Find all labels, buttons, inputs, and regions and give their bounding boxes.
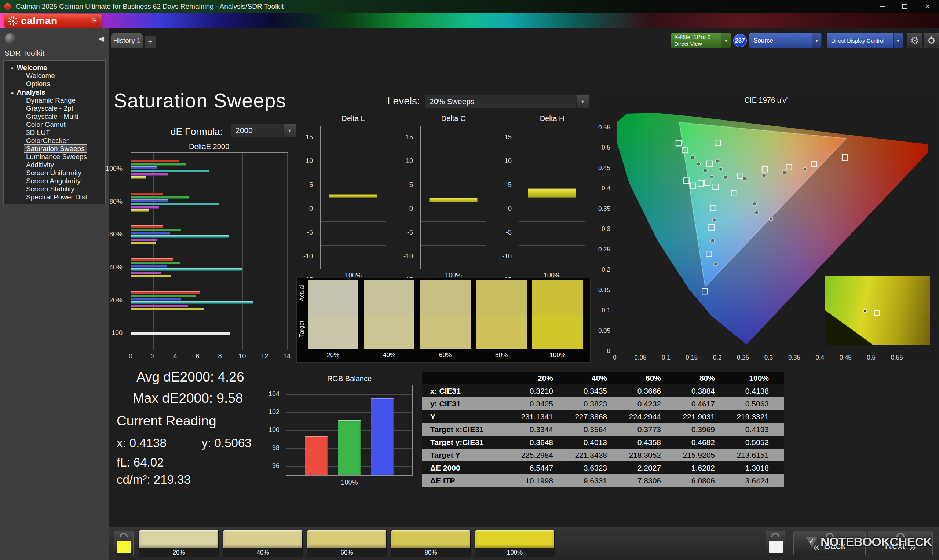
gridline [520, 245, 585, 246]
sidebar-item-welcome[interactable]: Welcome [4, 72, 105, 80]
delta-h-y-axis: 151050-5-10-15 [493, 126, 515, 269]
axis-tick-label: 0.4 [809, 354, 831, 362]
max-de2000-reading: Max dE2000: 9.58 [133, 391, 243, 406]
gridline [287, 153, 288, 350]
table-cell: 219.3321 [730, 410, 784, 423]
patch-button-label: 100% [475, 548, 554, 557]
patch-button-label: 80% [392, 548, 470, 557]
sidebar-item-label: Luminance Sweeps [24, 153, 89, 160]
spectrum-banner [0, 13, 939, 28]
saturation-patch-button-20[interactable]: 20% [139, 530, 219, 557]
cie-reference-point [697, 162, 701, 166]
chevrons-right-icon: » [910, 542, 916, 552]
rgb-bar-blue [371, 398, 394, 475]
tab-history-1[interactable]: History 1 [111, 33, 143, 48]
rgb-balance-chart [286, 385, 413, 476]
sidebar-item-label: Options [24, 80, 52, 88]
table-cell: 0.3666 [623, 385, 676, 397]
tree-expand-icon[interactable]: ▴ [11, 89, 14, 95]
delta-h-title: Delta H [519, 114, 585, 123]
saturation-patch-button-40[interactable]: 40% [223, 530, 302, 557]
saturation-patch-button-60[interactable]: 60% [307, 530, 387, 557]
cie-reference-point [752, 202, 756, 206]
cie-reference-point [715, 159, 719, 163]
power-button[interactable] [924, 33, 939, 48]
sidebar-item-label: 3D LUT [24, 129, 52, 136]
cie-chart-title: CIE 1976 u'v' [597, 96, 936, 105]
saturation-patch-button-100[interactable]: 100% [475, 530, 555, 557]
sidebar-item-3d-lut[interactable]: 3D LUT [4, 129, 105, 137]
patch-color [224, 530, 302, 548]
patch-columns: 20%40%60%80%100% [308, 280, 588, 359]
table-cell: 0.4232 [623, 397, 676, 410]
axis-tick-label: 0.55 [598, 124, 611, 131]
table-cell: 7.8306 [623, 474, 676, 487]
sidebar-home-button[interactable] [5, 33, 16, 45]
sidebar-item-saturation-sweeps[interactable]: Saturation Sweeps [4, 145, 105, 153]
meter-dropdown[interactable]: X-Rite i1Pro 2 Direct View ▼ [671, 33, 731, 48]
tree-expand-icon[interactable]: ▴ [11, 65, 14, 70]
gridline [421, 150, 486, 150]
sidebar-item-color-gamut[interactable]: Color Gamut [4, 121, 105, 129]
tree-group-label: Welcome [17, 64, 47, 72]
axis-tick-label: 0.15 [681, 354, 703, 362]
maximize-button[interactable] [894, 0, 916, 13]
delta-c-title: Delta C [420, 114, 486, 123]
deltae-bar [131, 308, 204, 311]
back-button[interactable]: « Back [793, 531, 866, 556]
next-button[interactable]: Next » [868, 531, 933, 556]
row-label: Target y:CIE31 [422, 436, 515, 449]
sidebar-item-dynamic-range[interactable]: Dynamic Range [4, 96, 105, 105]
table-cell: 0.3564 [569, 423, 623, 436]
de-formula-dropdown[interactable]: 2000 ▼ [231, 124, 296, 137]
delta-c-bar [429, 197, 478, 202]
display-control-dropdown[interactable]: Direct Display Control ▼ [827, 33, 903, 48]
cie-reference-point [714, 262, 717, 266]
deltae-bar [131, 242, 156, 245]
saturation-patch-button-80[interactable]: 80% [391, 530, 470, 557]
sidebar-collapse-icon[interactable]: ◀ [99, 34, 104, 43]
deltae-bar [131, 203, 219, 205]
tree-group-welcome[interactable]: ▴Welcome [4, 63, 105, 72]
source-dropdown[interactable]: Source ▼ [749, 33, 822, 48]
gear-icon: ⚙ [910, 35, 919, 46]
target-patch [364, 315, 415, 349]
minimize-button[interactable] [871, 0, 894, 13]
table-cell: 0.3648 [515, 436, 569, 449]
table-cell: 0.3210 [515, 385, 569, 397]
cie-reference-point [724, 175, 727, 179]
axis-tick-label: 0 [309, 205, 313, 212]
axis-tick-label: 0.25 [598, 246, 611, 253]
axis-tick-label: -5 [407, 229, 413, 236]
sidebar-item-label: Color Gamut [24, 121, 68, 128]
window-controls: × [871, 0, 939, 13]
add-tab-button[interactable]: + [145, 35, 156, 48]
meter-count-badge: 237 [733, 34, 747, 47]
table-cell: 0.4013 [569, 436, 623, 449]
axis-tick-label: 0.35 [598, 205, 611, 212]
deltae-bar [131, 332, 230, 335]
sidebar-item-grayscale-multi[interactable]: Grayscale - Multi [4, 112, 105, 121]
sidebar-item-options[interactable]: Options [4, 80, 105, 88]
cie-reference-point [719, 168, 723, 171]
cie-x-axis: 00.050.10.150.20.250.30.350.40.450.50.55 [615, 354, 928, 363]
logo-menu-caret-icon[interactable]: ▼ [91, 17, 99, 25]
current-patch-button[interactable] [114, 531, 134, 556]
table-cell: 0.3435 [569, 385, 623, 397]
pattern-window-button[interactable] [765, 531, 785, 556]
sidebar-item-colorchecker[interactable]: ColorChecker [4, 137, 105, 145]
avg-de2000-reading: Avg dE2000: 4.26 [136, 369, 244, 385]
sidebar-item-grayscale-2pt[interactable]: Grayscale - 2pt [4, 105, 105, 112]
column-header-80: 80% [676, 372, 730, 385]
close-button[interactable]: × [916, 0, 939, 13]
chevron-down-icon: ▼ [893, 33, 903, 48]
tree-group-analysis[interactable]: ▴Analysis [4, 88, 105, 96]
table-cell: 1.6282 [676, 462, 730, 474]
gridline [421, 174, 486, 174]
patch-button-label: 60% [307, 548, 386, 557]
levels-dropdown[interactable]: 20% Sweeps ▼ [425, 95, 589, 108]
settings-button[interactable]: ⚙ [907, 33, 922, 48]
levels-label: Levels: [387, 95, 420, 107]
calman-logo-button[interactable]: calman ▼ [5, 14, 102, 28]
gridline [321, 197, 386, 198]
